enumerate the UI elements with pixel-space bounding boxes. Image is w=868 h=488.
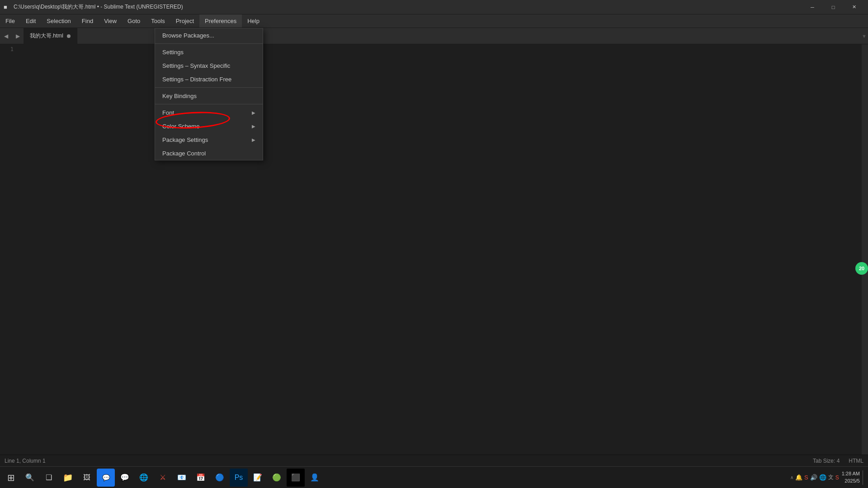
package-settings-arrow-icon: ▶ — [252, 137, 255, 142]
chrome-icon[interactable]: 🟢 — [268, 469, 286, 487]
close-button[interactable]: ✕ — [844, 0, 864, 14]
menu-file[interactable]: File — [0, 14, 20, 28]
editor-scrollbar[interactable] — [862, 44, 868, 476]
menu-settings-distraction[interactable]: Settings – Distraction Free — [155, 72, 263, 86]
status-tab-size: Tab Size: 4 — [813, 458, 840, 464]
menu-view[interactable]: View — [99, 14, 122, 28]
date: 2025/5 — [842, 478, 860, 484]
game-icon[interactable]: ⚔ — [154, 469, 172, 487]
mail-icon[interactable]: 📧 — [173, 469, 191, 487]
menu-settings-syntax[interactable]: Settings – Syntax Specific — [155, 59, 263, 72]
menu-package-settings[interactable]: Package Settings ▶ — [155, 133, 263, 146]
status-bar: Line 1, Column 1 Tab Size: 4 HTML — [0, 455, 868, 466]
clock[interactable]: 1:28 AM 2025/5 — [842, 470, 860, 484]
menu-settings[interactable]: Settings — [155, 45, 263, 59]
menu-selection[interactable]: Selection — [41, 14, 76, 28]
color-scheme-arrow-icon: ▶ — [252, 124, 255, 129]
menu-tools[interactable]: Tools — [146, 14, 170, 28]
minimize-button[interactable]: ─ — [802, 0, 823, 14]
menu-find[interactable]: Find — [76, 14, 99, 28]
tab-prev-button[interactable]: ◀ — [0, 28, 12, 44]
editor-area: 1 — [0, 44, 868, 476]
tray-icon-4: 🌐 — [819, 474, 826, 481]
window-controls: ─ □ ✕ — [802, 0, 864, 14]
wechat-icon[interactable]: 💬 — [116, 469, 134, 487]
time: 1:28 AM — [842, 470, 860, 477]
tab-next-button[interactable]: ▶ — [12, 28, 24, 44]
start-button[interactable]: ⊞ — [2, 469, 20, 487]
photoshop-icon[interactable]: Ps — [230, 469, 248, 487]
menu-preferences[interactable]: Preferences — [199, 14, 242, 28]
search-button[interactable]: 🔍 — [21, 469, 39, 487]
separator-3 — [155, 104, 263, 104]
app-icon: ■ — [4, 4, 11, 11]
maximize-button[interactable]: □ — [823, 0, 844, 14]
separator-2 — [155, 87, 263, 88]
windows-taskbar: ⊞ 🔍 ❑ 📁 🖼 💬 💬 🌐 ⚔ 📧 📅 🔵 Ps 📝 🟢 ⬛ 👤 ∧ 🔔 S… — [0, 466, 868, 488]
line-numbers: 1 — [0, 44, 18, 54]
menu-browse-packages[interactable]: Browse Packages... — [155, 28, 263, 42]
tab-filename: 我的大哥.html — [30, 32, 63, 40]
tray-icon-1: 🔔 — [795, 474, 802, 481]
status-right: Tab Size: 4 HTML — [813, 458, 863, 464]
line-number-1: 1 — [0, 46, 14, 52]
terminal-icon[interactable]: ⬛ — [287, 469, 305, 487]
tray-chevron[interactable]: ∧ — [790, 475, 793, 480]
menu-font[interactable]: Font ▶ — [155, 106, 263, 119]
show-desktop-button[interactable] — [863, 470, 864, 485]
tray-keyboard-icon: 文 — [828, 474, 834, 481]
task-view-button[interactable]: ❑ — [40, 469, 58, 487]
system-tray: ∧ 🔔 S 🔊 🌐 文 S — [790, 474, 839, 481]
tab-modified-indicator — [67, 34, 71, 38]
menu-bar: File Edit Selection Find View Goto Tools… — [0, 14, 868, 28]
menu-edit[interactable]: Edit — [20, 14, 41, 28]
skype-icon[interactable]: 🔵 — [211, 469, 229, 487]
notification-bubble: 20 — [855, 262, 868, 275]
menu-help[interactable]: Help — [242, 14, 265, 28]
font-arrow-icon: ▶ — [252, 110, 255, 115]
notepad-icon[interactable]: 📝 — [249, 469, 267, 487]
menu-project[interactable]: Project — [170, 14, 199, 28]
tray-icon-2: S — [804, 474, 808, 481]
title-bar: ■ C:\Users\q\Desktop\我的大哥.html • - Subli… — [0, 0, 868, 14]
menu-package-control[interactable]: Package Control — [155, 146, 263, 160]
tab-scrollbar-indicator: ▼ — [862, 33, 868, 39]
status-line-col: Line 1, Column 1 — [5, 458, 46, 464]
tray-antivirus-icon: S — [835, 474, 839, 481]
photos-icon[interactable]: 🖼 — [78, 469, 96, 487]
menu-goto[interactable]: Goto — [122, 14, 146, 28]
title-text: C:\Users\q\Desktop\我的大哥.html • - Sublime… — [14, 3, 802, 11]
file-explorer-icon[interactable]: 📁 — [59, 469, 77, 487]
tab-bar: ◀ ▶ 我的大哥.html ▼ — [0, 28, 868, 44]
taskbar-left: ⊞ 🔍 ❑ 📁 🖼 💬 💬 🌐 ⚔ 📧 📅 🔵 Ps 📝 🟢 ⬛ 👤 — [0, 469, 326, 487]
menu-color-scheme[interactable]: Color Scheme ▶ — [155, 119, 263, 133]
menu-key-bindings[interactable]: Key Bindings — [155, 89, 263, 103]
taskbar-right: ∧ 🔔 S 🔊 🌐 文 S 1:28 AM 2025/5 — [787, 470, 868, 485]
browser-icon[interactable]: 🌐 — [135, 469, 153, 487]
tray-icon-3: 🔊 — [810, 474, 817, 481]
separator-1 — [155, 43, 263, 44]
calendar-icon[interactable]: 📅 — [192, 469, 210, 487]
messaging-icon[interactable]: 💬 — [97, 469, 115, 487]
preferences-dropdown: Browse Packages... Settings Settings – S… — [155, 28, 263, 160]
status-file-type: HTML — [849, 458, 863, 464]
user-icon[interactable]: 👤 — [306, 469, 324, 487]
tab-file[interactable]: 我的大哥.html — [24, 28, 77, 44]
